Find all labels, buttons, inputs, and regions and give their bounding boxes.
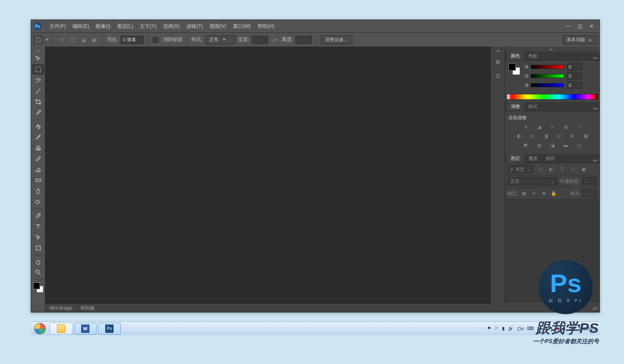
- color-swatch[interactable]: [33, 283, 43, 293]
- minimize-button[interactable]: —: [563, 22, 574, 30]
- shape-tool[interactable]: [32, 243, 44, 253]
- filter-type-icon[interactable]: T: [558, 166, 566, 172]
- lock-paint-icon[interactable]: ✎: [530, 190, 538, 197]
- panel-menu-icon[interactable]: ▾≡: [593, 56, 598, 60]
- selective-icon[interactable]: ◫: [575, 142, 583, 148]
- menu-layer[interactable]: 图层(L): [114, 20, 137, 32]
- tab-styles[interactable]: 样式: [524, 102, 542, 111]
- posterize-icon[interactable]: ▥: [535, 142, 543, 148]
- menu-window[interactable]: 窗口(W): [230, 20, 254, 32]
- exposure-icon[interactable]: ▤: [562, 123, 570, 130]
- tray-av-icon[interactable]: ◆: [556, 326, 560, 331]
- tab-layers[interactable]: 图层: [507, 154, 524, 163]
- menu-select[interactable]: 选择(S): [160, 20, 183, 32]
- new-selection-icon[interactable]: ◻: [57, 36, 66, 44]
- tab-swatches[interactable]: 色板: [524, 52, 542, 60]
- filter-smart-icon[interactable]: ▣: [579, 166, 588, 172]
- panel-menu-icon[interactable]: ▾≡: [593, 158, 598, 163]
- lock-trans-icon[interactable]: ▩: [520, 190, 528, 197]
- ime-indicator[interactable]: CH: [517, 326, 524, 331]
- tray-expand-icon[interactable]: ▴: [543, 326, 545, 331]
- width-input[interactable]: [252, 36, 268, 44]
- panel-menu-icon[interactable]: ▾≡: [593, 106, 598, 111]
- taskbar-word[interactable]: W: [74, 323, 97, 334]
- path-tool[interactable]: [32, 232, 44, 242]
- tab-timeline[interactable]: 时间轴: [77, 304, 99, 312]
- quickmask-icon[interactable]: [34, 296, 42, 301]
- hand-tool[interactable]: [32, 257, 44, 267]
- properties-panel-icon[interactable]: ☷: [493, 71, 503, 81]
- blend-mode-dropdown[interactable]: 正常⌄: [508, 177, 557, 185]
- stamp-tool[interactable]: [32, 143, 44, 153]
- menu-edit[interactable]: 编辑(E): [69, 20, 92, 32]
- taskbar-explorer[interactable]: [50, 323, 72, 334]
- layers-list[interactable]: [505, 199, 599, 301]
- eraser-tool[interactable]: [32, 165, 44, 175]
- dodge-tool[interactable]: [32, 197, 44, 207]
- style-dropdown[interactable]: 正常: [206, 35, 235, 44]
- filter-shape-icon[interactable]: ◇: [569, 166, 577, 172]
- intersect-selection-icon[interactable]: ▣: [90, 36, 98, 44]
- sub-selection-icon[interactable]: ◪: [79, 36, 87, 44]
- action-center-icon[interactable]: ⚐: [495, 326, 499, 331]
- workspace-dropdown[interactable]: 基本功能≡: [563, 35, 597, 44]
- gradient-map-icon[interactable]: ▬: [562, 142, 570, 148]
- curves-icon[interactable]: ∿: [548, 123, 557, 130]
- menu-view[interactable]: 视图(V): [206, 20, 230, 32]
- hue-icon[interactable]: ◧: [515, 133, 523, 139]
- volume-icon[interactable]: 🔊: [508, 326, 514, 331]
- heal-tool[interactable]: [32, 121, 44, 131]
- panel-swatch[interactable]: [508, 63, 520, 75]
- tab-paths[interactable]: 路径: [542, 154, 559, 163]
- spectrum-picker[interactable]: [507, 94, 598, 100]
- tab-mini-bridge[interactable]: Mini Bridge: [45, 305, 77, 311]
- balance-icon[interactable]: ⚖: [528, 133, 537, 139]
- canvas-area[interactable]: [45, 47, 490, 312]
- menu-file[interactable]: 文件(F): [46, 20, 69, 32]
- type-tool[interactable]: [32, 221, 44, 231]
- menu-filter[interactable]: 滤镜(T): [183, 20, 206, 32]
- lasso-tool[interactable]: [32, 75, 44, 85]
- invert-icon[interactable]: ◩: [522, 142, 530, 148]
- opacity-input[interactable]: ⌄: [582, 177, 597, 185]
- g-slider[interactable]: [531, 74, 564, 78]
- tray-volume-icon[interactable]: 🔊: [569, 326, 574, 331]
- toolbox-toggle-icon[interactable]: ▸▸: [31, 48, 45, 53]
- menu-type[interactable]: 文字(Y): [136, 20, 160, 32]
- add-selection-icon[interactable]: ◫: [68, 36, 77, 44]
- foreground-color[interactable]: [33, 283, 40, 289]
- move-tool[interactable]: [32, 54, 44, 64]
- maximize-button[interactable]: ◱: [574, 22, 585, 30]
- lock-pos-icon[interactable]: ✥: [540, 190, 548, 197]
- brush-tool[interactable]: [32, 132, 44, 142]
- feather-input[interactable]: [121, 36, 144, 44]
- levels-icon[interactable]: ◢: [535, 123, 543, 130]
- history-panel-icon[interactable]: ⧉: [493, 57, 503, 67]
- fill-input[interactable]: ⌄: [582, 189, 597, 197]
- filter-adjust-icon[interactable]: ◐: [547, 166, 555, 172]
- antialias-checkbox[interactable]: [153, 37, 158, 43]
- crop-tool[interactable]: [32, 97, 44, 107]
- ime-mode-icon[interactable]: ⌨: [527, 326, 534, 331]
- history-brush-tool[interactable]: [32, 154, 44, 164]
- tray-flag-icon[interactable]: ⚑: [549, 326, 553, 331]
- taskbar-photoshop[interactable]: Ps: [98, 323, 121, 334]
- tab-adjustments[interactable]: 调整: [507, 102, 524, 111]
- pen-tool[interactable]: [32, 211, 44, 221]
- filter-type-dropdown[interactable]: ρ 类型 ⌄: [508, 165, 534, 173]
- lookup-icon[interactable]: ▦: [582, 133, 590, 139]
- height-input[interactable]: [295, 36, 312, 44]
- start-button[interactable]: [31, 322, 49, 336]
- tool-preset-icon[interactable]: [34, 35, 43, 44]
- r-input[interactable]: [567, 63, 582, 71]
- bw-icon[interactable]: ◨: [542, 133, 550, 139]
- tab-channels[interactable]: 通道: [524, 154, 542, 163]
- swap-wh-icon[interactable]: ⇄: [271, 36, 279, 44]
- gradient-tool[interactable]: [32, 175, 44, 185]
- clock-date[interactable]: 2018/4/5: [578, 326, 596, 331]
- threshold-icon[interactable]: ◪: [548, 142, 557, 148]
- filter-pixel-icon[interactable]: ▢: [536, 166, 545, 172]
- wand-tool[interactable]: [32, 86, 44, 96]
- close-button[interactable]: ✕: [586, 22, 597, 30]
- network-icon[interactable]: ▮: [502, 326, 505, 331]
